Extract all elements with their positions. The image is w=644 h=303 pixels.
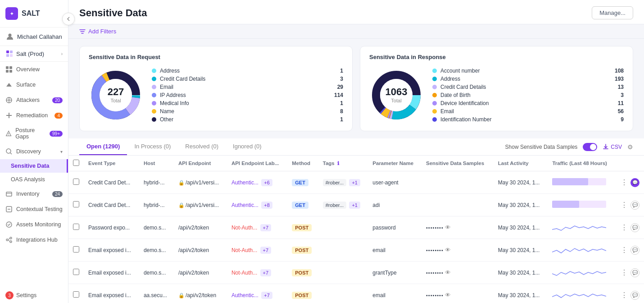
- eye-icon[interactable]: 👁: [445, 247, 451, 253]
- row-checkbox[interactable]: [73, 291, 79, 298]
- method-cell: POST: [287, 216, 318, 239]
- endpoint-cell: 🔒/api/v1/versi...: [174, 171, 227, 194]
- table-header-row: Event Type Host API Endpoint API Endpoin…: [68, 156, 644, 171]
- posture-badge: 99+: [50, 131, 63, 137]
- chat-outline-icon[interactable]: 💬: [630, 291, 639, 300]
- env-selector[interactable]: Salt (Prod) ›: [0, 46, 68, 62]
- svg-rect-45: [552, 178, 588, 185]
- sidebar-item-surface[interactable]: Surface: [0, 77, 68, 92]
- sidebar-item-overview[interactable]: Overview: [0, 62, 68, 77]
- legend-dot: [432, 101, 437, 106]
- tag: #rober...: [323, 179, 346, 186]
- row-checkbox[interactable]: [73, 179, 79, 185]
- eye-icon[interactable]: 👁: [445, 269, 451, 276]
- eye-icon[interactable]: 👁: [445, 224, 451, 231]
- actions-cell: ⋮ 💬: [616, 216, 644, 239]
- sidebar-item-attackers[interactable]: Attackers 20: [0, 92, 68, 108]
- tab-in-process[interactable]: In Process (0): [127, 138, 178, 155]
- table-row: Credit Card Det... hybrid-... 🔒/api/v1/v…: [68, 194, 644, 216]
- row-checkbox[interactable]: [73, 201, 79, 207]
- col-last-activity: Last Activity: [494, 156, 548, 171]
- svg-rect-2: [10, 50, 13, 53]
- tags-cell: #rober... +1: [318, 194, 368, 216]
- parameter-cell: email: [368, 239, 422, 262]
- row-menu-icon[interactable]: ⋮: [621, 223, 628, 232]
- parameter-cell: password: [368, 216, 422, 239]
- csv-export-button[interactable]: CSV: [603, 144, 622, 150]
- endpoint-label-more: +7: [260, 224, 272, 231]
- sidebar-collapse-btn[interactable]: [62, 13, 75, 25]
- legend-item: Credit Card Details 3: [152, 75, 343, 83]
- remediation-icon: [5, 112, 13, 119]
- assets-icon: [5, 221, 13, 228]
- method-cell: POST: [287, 284, 318, 303]
- sidebar-item-remediation[interactable]: Remediation 4: [0, 108, 68, 123]
- endpoint-label-link[interactable]: Not-Auth...: [231, 225, 257, 231]
- inventory-badge: 24: [52, 191, 63, 197]
- row-checkbox[interactable]: [73, 269, 79, 275]
- row-menu-icon[interactable]: ⋮: [621, 246, 628, 254]
- endpoint-label-link[interactable]: Authentic...: [231, 179, 259, 186]
- row-checkbox[interactable]: [73, 246, 79, 252]
- user-profile[interactable]: Michael Callahan: [0, 28, 68, 46]
- endpoint-label-link[interactable]: Authentic...: [231, 292, 259, 298]
- show-samples-toggle[interactable]: [583, 143, 597, 151]
- chat-outline-icon[interactable]: 💬: [630, 223, 639, 232]
- svg-rect-47: [552, 201, 579, 208]
- legend-dot: [432, 85, 437, 89]
- col-traffic: Traffic (Last 48 Hours): [548, 156, 616, 171]
- masked-data: ••••••••: [426, 225, 444, 230]
- sidebar-item-label-contextual: Contextual Testing: [16, 206, 63, 212]
- tab-ignored[interactable]: Ignored (0): [226, 138, 269, 155]
- method-badge: POST: [292, 224, 312, 231]
- row-menu-icon[interactable]: ⋮: [621, 178, 628, 187]
- endpoint-label-link[interactable]: Authentic...: [231, 202, 259, 208]
- endpoint-label-link[interactable]: Not-Auth...: [231, 270, 257, 276]
- row-menu-icon[interactable]: ⋮: [621, 291, 628, 299]
- table-settings-icon[interactable]: ⚙: [627, 143, 633, 151]
- legend-dot: [432, 109, 437, 114]
- row-menu-icon[interactable]: ⋮: [621, 268, 628, 277]
- tab-open[interactable]: Open (1290): [79, 138, 127, 155]
- last-activity-cell: May 30 2024, 1...: [494, 216, 548, 239]
- endpoint-label-link[interactable]: Not-Auth...: [231, 247, 257, 253]
- sidebar-subitem-oas-analysis[interactable]: OAS Analysis: [0, 173, 68, 186]
- legend-item: Email 29: [152, 83, 343, 91]
- svg-point-13: [8, 135, 9, 135]
- sidebar-item-discovery[interactable]: Discovery ▾: [0, 144, 68, 159]
- eye-icon[interactable]: 👁: [445, 292, 451, 298]
- sidebar-item-label-overview: Overview: [16, 66, 40, 73]
- endpoint-label-more: +7: [260, 269, 272, 276]
- svg-point-21: [6, 239, 8, 241]
- last-activity-cell: May 30 2024, 1...: [494, 171, 548, 194]
- masked-data: ••••••••: [426, 248, 444, 253]
- chat-outline-icon[interactable]: 💬: [630, 201, 639, 210]
- request-chart-card: Sensitive Data in Request: [79, 46, 353, 131]
- endpoint-label-more: +7: [260, 247, 272, 254]
- row-checkbox[interactable]: [73, 224, 79, 230]
- sidebar-item-inventory[interactable]: Inventory 24: [0, 186, 68, 202]
- event-type-cell: Credit Card Det...: [84, 194, 139, 216]
- endpoint-label-cell: Not-Auth... +7: [227, 262, 287, 284]
- sidebar-item-integrations-hub[interactable]: Integrations Hub: [0, 232, 68, 248]
- select-all-checkbox[interactable]: [73, 160, 79, 166]
- tab-resolved[interactable]: Resolved (0): [178, 138, 226, 155]
- sidebar-item-contextual-testing[interactable]: Contextual Testing: [0, 202, 68, 217]
- legend-dot: [152, 85, 156, 89]
- col-method: Method: [287, 156, 318, 171]
- endpoint-cell: /api/v2/token: [174, 216, 227, 239]
- sidebar-item-assets-monitoring[interactable]: Assets Monitoring: [0, 217, 68, 232]
- chat-outline-icon[interactable]: 💬: [630, 246, 639, 255]
- chat-filled-icon[interactable]: 💬: [630, 178, 639, 187]
- row-menu-icon[interactable]: ⋮: [621, 201, 628, 209]
- add-filters-button[interactable]: Add Filters: [79, 28, 116, 35]
- sidebar-item-posture-gaps[interactable]: Posture Gaps 99+: [0, 123, 68, 144]
- sidebar-subitem-sensitive-data[interactable]: Sensitive Data: [0, 159, 68, 173]
- manage-button[interactable]: Manage...: [592, 6, 633, 19]
- chat-outline-icon[interactable]: 💬: [630, 268, 639, 277]
- svg-rect-5: [6, 66, 9, 69]
- env-name: Salt (Prod): [16, 50, 44, 57]
- filters-bar: Add Filters: [68, 24, 644, 39]
- method-cell: POST: [287, 239, 318, 262]
- sidebar-subitem-label-oas: OAS Analysis: [11, 176, 45, 183]
